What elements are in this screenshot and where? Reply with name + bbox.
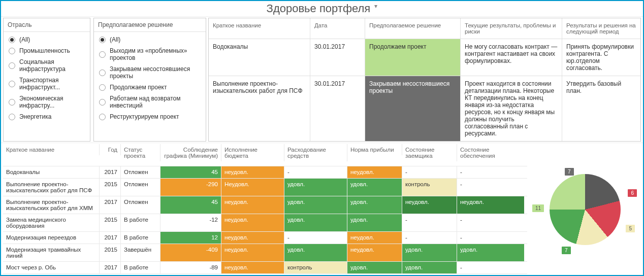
grid-table: Краткое название Год Статус проекта Собл…: [3, 144, 527, 274]
grid-row[interactable]: Мост через р. Обь2017В работе-89неудовл.…: [3, 262, 527, 274]
grid-cell: 2017: [100, 166, 121, 178]
detail-header[interactable]: Текущие результаты, проблемы и риски: [461, 18, 562, 39]
radio-icon: [99, 37, 106, 43]
slicer-decision-header: Предполагаемое решение: [94, 18, 206, 32]
slicer-item-label: Транспортная инфраструкт...: [19, 77, 85, 91]
detail-header[interactable]: Результаты и решения на следующий период: [562, 18, 640, 39]
slicer-item-label: Реструктурируем проект: [110, 113, 179, 120]
slicer-item[interactable]: Реструктурируем проект: [95, 111, 205, 122]
pie-label: 11: [532, 204, 544, 212]
detail-cell: 30.01.2017: [310, 76, 365, 141]
slicer-decision: Предполагаемое решение (All)Выходим из «…: [93, 18, 206, 142]
detail-header[interactable]: Дата: [310, 18, 365, 39]
grid-cell: -: [457, 179, 524, 196]
radio-icon: [9, 99, 15, 106]
bottom-section: Краткое название Год Статус проекта Собл…: [1, 143, 643, 275]
slicer-item[interactable]: Закрываем несостоявшиеся проекты: [95, 63, 205, 82]
grid-cell: неудовл.: [221, 166, 284, 178]
detail-cell: Закрываем несостоявшиеся проекты: [365, 76, 461, 141]
grid-cell: неудовл.: [347, 166, 402, 178]
detail-cell: Принять формулировки контрагента. С юр.о…: [562, 39, 640, 76]
grid-cell: Отложен: [121, 196, 160, 214]
slicer-industry-body: (All)ПромышленностьСоциальная инфраструк…: [4, 32, 90, 124]
pie-label: 6: [628, 189, 637, 197]
detail-header-row: Краткое название Дата Предполагаемое реш…: [209, 18, 640, 39]
slicer-item-label: Закрываем несостоявшиеся проекты: [110, 65, 201, 80]
dashboard-root: Здоровье портфеля ▾ Отрасль (All)Промышл…: [0, 0, 644, 276]
grid-cell: 2015: [100, 179, 121, 196]
grid-row[interactable]: Выполнение проектно-изыскательских работ…: [3, 179, 527, 196]
grid-cell: -12: [160, 214, 221, 231]
detail-header[interactable]: Предполагаемое решение: [365, 18, 461, 39]
grid-cell: неудовл.: [347, 244, 402, 261]
grid-header[interactable]: Норма прибыли: [347, 144, 402, 155]
radio-icon: [99, 70, 106, 76]
grid-cell: В работе: [121, 214, 160, 231]
grid-header[interactable]: Исполнение бюджета: [221, 144, 284, 161]
pie-graphic: [550, 174, 621, 245]
slicer-item[interactable]: Социальная инфраструктура: [5, 56, 89, 75]
radio-icon: [9, 37, 15, 43]
grid-cell: контроль: [284, 262, 347, 273]
slicer-item[interactable]: Продолжаем проект: [95, 82, 205, 93]
grid-header[interactable]: Состояние обеспечения: [457, 144, 524, 161]
grid-cell: удовл.: [284, 214, 347, 231]
detail-cell: Утвердить базовый план.: [562, 76, 640, 141]
radio-icon: [99, 51, 106, 58]
grid-cell: 2015: [100, 244, 121, 261]
grid-cell: -: [457, 214, 524, 231]
grid-cell: 2015: [100, 214, 121, 231]
grid-cell: удовл.: [402, 244, 457, 261]
slicer-item[interactable]: Промышленность: [5, 45, 89, 56]
slicer-decision-body: (All)Выходим из «проблемных» проектовЗак…: [94, 32, 206, 124]
grid-row[interactable]: Водоканалы2017Отложен45неудовл.-неудовл.…: [3, 166, 527, 179]
pie-label: 5: [626, 225, 635, 232]
grid-cell: Модернизация переездов: [3, 232, 100, 244]
slicer-item[interactable]: Экономическая инфрастру...: [5, 93, 89, 111]
grid-row[interactable]: Модернизация трамвайных линий2015Завершё…: [3, 244, 527, 262]
grid-header[interactable]: Расходование средств: [284, 144, 347, 161]
grid-header[interactable]: Год: [100, 144, 121, 155]
grid-header[interactable]: Краткое название: [3, 144, 100, 155]
grid-header[interactable]: Соблюдение графика (Минимум): [160, 144, 221, 161]
grid-header[interactable]: Статус проекта: [121, 144, 160, 161]
slicer-item-label: Социальная инфраструктура: [19, 58, 85, 73]
grid-cell: Замена медицинского оборудования: [3, 214, 100, 231]
grid-cell: Выполнение проектно-изыскательских работ…: [3, 179, 100, 196]
detail-row[interactable]: Водоканалы30.01.2017Продолжаем проектНе …: [209, 39, 640, 76]
detail-cell: Не могу согласовать контракт — контраген…: [461, 39, 562, 76]
slicer-item-label: Экономическая инфрастру...: [19, 95, 85, 109]
slicer-item[interactable]: Энергетика: [5, 111, 89, 122]
slicer-item[interactable]: (All): [5, 34, 89, 45]
slicer-item[interactable]: Выходим из «проблемных» проектов: [95, 45, 205, 63]
detail-body: Водоканалы30.01.2017Продолжаем проектНе …: [209, 39, 640, 142]
grid-cell: -: [284, 232, 347, 244]
grid-cell: -: [402, 214, 457, 231]
grid-cell: неудовл.: [221, 244, 284, 261]
pie-label: 7: [565, 168, 574, 176]
grid-cell: 12: [160, 232, 221, 244]
grid-row[interactable]: Модернизация переездов2017В работе12неуд…: [3, 232, 527, 244]
grid-cell: Неудовл.: [221, 179, 284, 196]
grid-cell: 45: [160, 196, 221, 214]
slicer-item[interactable]: Работаем над возвратом инвестиций: [95, 93, 205, 111]
detail-cell: Водоканалы: [209, 39, 310, 76]
grid-cell: неудовл.: [221, 196, 284, 214]
slicer-item-label: Работаем над возвратом инвестиций: [110, 95, 201, 109]
slicer-industry-header: Отрасль: [4, 18, 90, 32]
grid-row[interactable]: Замена медицинского оборудования2015В ра…: [3, 214, 527, 232]
grid-cell: Модернизация трамвайных линий: [3, 244, 100, 261]
pie-chart[interactable]: 7 6 5 7 11: [529, 144, 641, 274]
grid-cell: неудовл.: [402, 196, 457, 214]
radio-icon: [9, 62, 15, 69]
detail-header[interactable]: Краткое название: [209, 18, 310, 39]
grid-row[interactable]: Выполнение проектно-изыскательских работ…: [3, 196, 527, 214]
filter-icon[interactable]: ▾: [374, 3, 377, 10]
slicer-item[interactable]: (All): [95, 34, 205, 45]
grid-cell: удовл.: [347, 214, 402, 231]
grid-cell: -: [402, 166, 457, 178]
grid-header[interactable]: Состояние заемщика: [402, 144, 457, 161]
detail-row[interactable]: Выполнение проектно-изыскательских работ…: [209, 76, 640, 142]
slicer-item[interactable]: Транспортная инфраструкт...: [5, 75, 89, 93]
slicer-item-label: (All): [110, 36, 120, 43]
